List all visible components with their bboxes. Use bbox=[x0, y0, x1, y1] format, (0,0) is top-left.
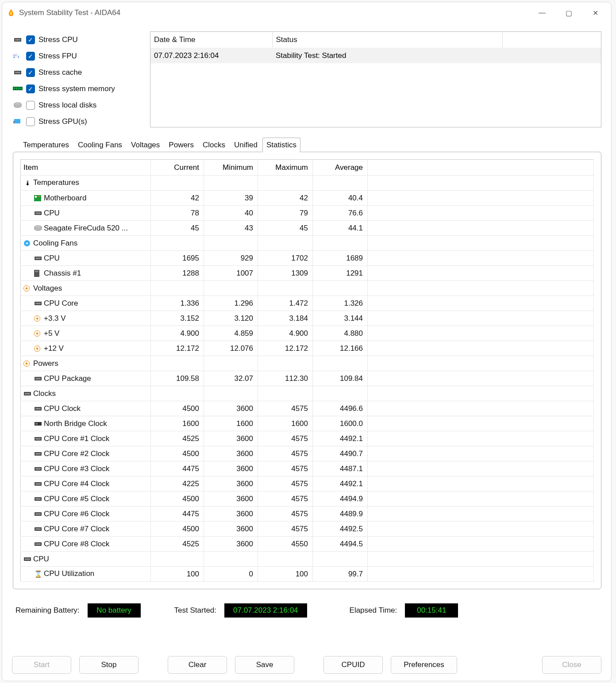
stats-row[interactable]: +3.3 V3.1523.1203.1843.144 bbox=[21, 311, 594, 326]
stats-row[interactable]: Chassis #11288100713091291 bbox=[21, 266, 594, 281]
stats-row[interactable]: CPU Core #3 Clock4475360045754487.1 bbox=[21, 461, 594, 476]
stress-option-2[interactable]: Stress cache bbox=[13, 64, 139, 81]
stress-option-5[interactable]: Stress GPU(s) bbox=[13, 113, 139, 130]
stats-group[interactable]: Voltages bbox=[21, 281, 594, 296]
stats-current bbox=[151, 176, 204, 191]
maximize-button[interactable]: ▢ bbox=[555, 5, 582, 21]
tab-cooling-fans[interactable]: Cooling Fans bbox=[74, 138, 126, 152]
stats-row[interactable]: CPU Package109.5832.07112.30109.84 bbox=[21, 371, 594, 386]
stress-option-1[interactable]: 123Stress FPU bbox=[13, 48, 139, 64]
stats-maximum bbox=[258, 356, 313, 371]
stats-group[interactable]: 🌡Temperatures bbox=[21, 176, 594, 191]
stress-option-0[interactable]: Stress CPU bbox=[13, 31, 139, 48]
stats-current: 4525 bbox=[151, 431, 204, 446]
stats-average: 4492.1 bbox=[313, 431, 368, 446]
col-current[interactable]: Current bbox=[151, 160, 204, 176]
svg-rect-1 bbox=[15, 39, 20, 41]
stats-row[interactable]: +5 V4.9004.8594.9004.880 bbox=[21, 326, 594, 341]
stats-item-label: +5 V bbox=[21, 326, 151, 341]
stats-item-label: CPU Core #1 Clock bbox=[21, 431, 151, 446]
row-icon bbox=[23, 391, 31, 396]
stats-current: 1600 bbox=[151, 416, 204, 431]
stress-checkbox[interactable] bbox=[26, 117, 35, 126]
window-title: System Stability Test - AIDA64 bbox=[19, 8, 529, 17]
stress-option-3[interactable]: Stress system memory bbox=[13, 81, 139, 97]
stats-row[interactable]: CPU Core #7 Clock4500360045754492.5 bbox=[21, 522, 594, 537]
stats-row[interactable]: Seagate FireCuda 520 ...45434544.1 bbox=[21, 221, 594, 236]
stats-row[interactable]: +12 V12.17212.07612.17212.166 bbox=[21, 341, 594, 356]
stats-maximum: 4575 bbox=[258, 431, 313, 446]
stats-average: 4487.1 bbox=[313, 461, 368, 476]
col-minimum[interactable]: Minimum bbox=[204, 160, 258, 176]
tab-unified[interactable]: Unified bbox=[230, 138, 262, 152]
stats-row[interactable]: CPU Clock4500360045754496.6 bbox=[21, 401, 594, 416]
stress-label: Stress local disks bbox=[38, 101, 96, 110]
tab-voltages[interactable]: Voltages bbox=[127, 138, 164, 152]
stats-item-label: Clocks bbox=[21, 386, 151, 401]
stats-current: 4500 bbox=[151, 446, 204, 461]
battery-value: No battery bbox=[88, 603, 141, 618]
stats-row[interactable]: CPU Core #1 Clock4525360045754492.1 bbox=[21, 431, 594, 446]
stop-button[interactable]: Stop bbox=[79, 656, 139, 674]
close-button[interactable]: ✕ bbox=[582, 5, 608, 21]
clear-button[interactable]: Clear bbox=[168, 656, 227, 674]
log-col-status[interactable]: Status bbox=[272, 32, 502, 48]
stats-row[interactable]: CPU78407976.6 bbox=[21, 206, 594, 221]
stress-checkbox[interactable] bbox=[26, 52, 35, 61]
stats-average: 1291 bbox=[313, 266, 368, 281]
stress-option-4[interactable]: Stress local disks bbox=[13, 97, 139, 113]
stress-checkbox[interactable] bbox=[26, 35, 35, 44]
stats-row[interactable]: CPU169592917021689 bbox=[21, 251, 594, 266]
tab-statistics[interactable]: Statistics bbox=[262, 138, 300, 152]
stats-row[interactable]: CPU Core #6 Clock4475360045754489.9 bbox=[21, 506, 594, 522]
tab-clocks[interactable]: Clocks bbox=[199, 138, 229, 152]
save-button[interactable]: Save bbox=[235, 656, 294, 674]
stats-row[interactable]: CPU Core1.3361.2961.4721.326 bbox=[21, 296, 594, 311]
stats-item-label: CPU Core #2 Clock bbox=[21, 446, 151, 461]
stats-item-label: Motherboard bbox=[21, 191, 151, 206]
stats-item-label: CPU bbox=[21, 251, 151, 266]
stats-row[interactable]: CPU Core #4 Clock4225360045754492.1 bbox=[21, 476, 594, 491]
row-icon bbox=[34, 451, 42, 457]
stats-row[interactable]: Motherboard42394240.4 bbox=[21, 191, 594, 206]
log-row-datetime: 07.07.2023 2:16:04 bbox=[150, 48, 272, 63]
stress-checkbox[interactable] bbox=[26, 101, 35, 110]
content: Stress CPU123Stress FPUStress cacheStres… bbox=[2, 23, 611, 618]
preferences-button[interactable]: Preferences bbox=[391, 656, 457, 674]
col-average[interactable]: Average bbox=[313, 160, 368, 176]
stress-checkbox[interactable] bbox=[26, 84, 35, 93]
row-icon bbox=[34, 195, 42, 201]
tab-powers[interactable]: Powers bbox=[165, 138, 198, 152]
started-value: 07.07.2023 2:16:04 bbox=[224, 603, 307, 618]
col-maximum[interactable]: Maximum bbox=[258, 160, 313, 176]
start-button[interactable]: Start bbox=[12, 656, 71, 674]
stats-row[interactable]: North Bridge Clock1600160016001600.0 bbox=[21, 416, 594, 431]
stats-row[interactable]: CPU Core #5 Clock4500360045754494.9 bbox=[21, 491, 594, 506]
app-icon bbox=[7, 8, 15, 17]
stats-row[interactable]: ⌛CPU Utilization100010099.7 bbox=[21, 567, 594, 582]
svg-rect-51 bbox=[35, 498, 41, 500]
tab-temperatures[interactable]: Temperatures bbox=[19, 138, 73, 152]
stats-item-label: CPU Core #6 Clock bbox=[21, 506, 151, 522]
log-row[interactable]: 07.07.2023 2:16:04 Stability Test: Start… bbox=[150, 48, 601, 63]
stats-group[interactable]: Powers bbox=[21, 356, 594, 371]
close-bottom-button[interactable]: Close bbox=[542, 656, 601, 674]
minimize-button[interactable]: — bbox=[529, 5, 555, 21]
footer-buttons: Start Stop Clear Save CPUID Preferences … bbox=[12, 656, 601, 674]
stats-group[interactable]: CPU bbox=[21, 552, 594, 567]
stress-checkbox[interactable] bbox=[26, 68, 35, 77]
stats-minimum: 3600 bbox=[204, 401, 258, 416]
stats-row[interactable]: CPU Core #2 Clock4500360045754490.7 bbox=[21, 446, 594, 461]
svg-rect-41 bbox=[35, 423, 38, 425]
row-icon bbox=[34, 270, 42, 277]
stats-group[interactable]: Clocks bbox=[21, 386, 594, 401]
stats-maximum bbox=[258, 386, 313, 401]
stats-group[interactable]: Cooling Fans bbox=[21, 236, 594, 251]
stats-maximum: 1600 bbox=[258, 416, 313, 431]
stats-row[interactable]: CPU Core #8 Clock4525360045504494.5 bbox=[21, 537, 594, 552]
log-col-datetime[interactable]: Date & Time bbox=[150, 32, 272, 48]
col-item[interactable]: Item bbox=[21, 160, 151, 176]
stats-current: 4475 bbox=[151, 506, 204, 522]
cpuid-button[interactable]: CPUID bbox=[323, 656, 383, 674]
stats-current: 1.336 bbox=[151, 296, 204, 311]
